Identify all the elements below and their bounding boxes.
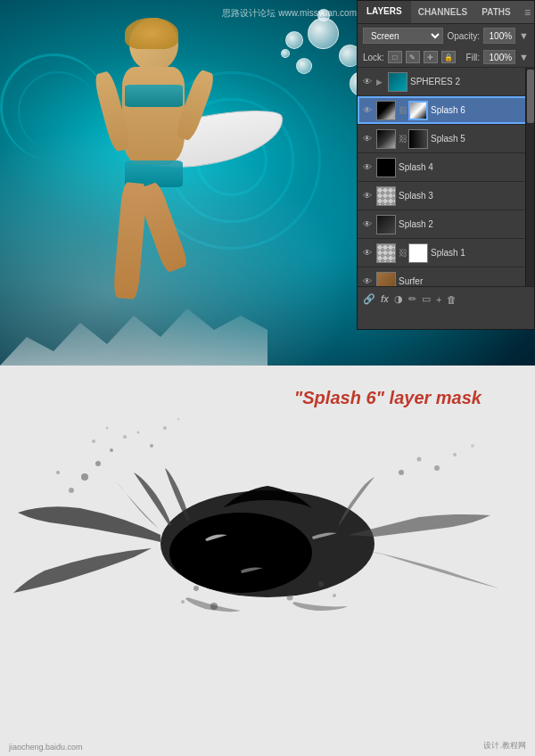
svg-point-20 <box>181 600 185 604</box>
layer-row-surfer[interactable]: 👁 Surfer <box>358 267 534 286</box>
tab-layers[interactable]: LAYERS <box>358 1 411 23</box>
svg-point-19 <box>193 586 199 591</box>
eye-splash3[interactable]: 👁 <box>361 190 374 202</box>
thumb-splash3 <box>376 186 396 206</box>
opacity-arrow[interactable]: ▼ <box>519 30 529 41</box>
link-icon[interactable]: 🔗 <box>363 293 375 305</box>
bubble-5 <box>296 58 312 74</box>
blend-mode-select[interactable]: Screen Normal Multiply Overlay <box>363 28 443 44</box>
eye-splash5[interactable]: 👁 <box>361 133 374 145</box>
lock-row: Lock: □ ✎ ✛ 🔒 Fill: ▼ <box>358 47 534 68</box>
mask-thumb-splash1 <box>408 243 428 263</box>
panel-tabs: LAYERS CHANNELS PATHS ≡ <box>358 1 534 24</box>
panel-scrollbar[interactable] <box>525 68 534 286</box>
ps-layers-panel[interactable]: LAYERS CHANNELS PATHS ≡ Screen Normal Mu… <box>357 0 535 330</box>
tab-paths[interactable]: PATHS <box>474 2 517 22</box>
layer-row-spheres2[interactable]: 👁 ▶ SPHERES 2 <box>358 68 534 96</box>
thumb-splash4 <box>376 158 396 177</box>
chain-splash5[interactable]: ⛓ <box>399 134 406 144</box>
new-layer-icon[interactable]: + <box>436 294 441 305</box>
svg-point-11 <box>177 418 180 421</box>
lock-icons: □ ✎ ✛ 🔒 <box>388 51 463 63</box>
lock-paint-btn[interactable]: ✎ <box>406 51 420 63</box>
eye-spheres2[interactable]: 👁 <box>361 76 374 88</box>
name-splash4: Splash 4 <box>399 162 531 172</box>
chain-splash1[interactable]: ⛓ <box>399 248 406 258</box>
eye-splash1[interactable]: 👁 <box>361 247 374 259</box>
thumb-surfer <box>376 272 396 287</box>
svg-point-1 <box>169 513 312 593</box>
bubble-1 <box>308 18 339 49</box>
group-layer-icon[interactable]: ▭ <box>422 293 431 305</box>
svg-point-16 <box>417 457 422 462</box>
panel-bottom-bar: 🔗 fx ◑ ✏ ▭ + 🗑 <box>358 286 534 311</box>
svg-point-5 <box>123 435 127 439</box>
name-splash5: Splash 5 <box>431 134 531 144</box>
watermark-top: 思路设计论坛 www.missyuan.com <box>222 7 357 20</box>
layer-row-splash2[interactable]: 👁 Splash 2 <box>358 210 534 239</box>
svg-point-9 <box>137 431 140 434</box>
surfer-torso <box>122 67 185 165</box>
svg-point-17 <box>471 444 474 448</box>
mask-thumb-splash5 <box>408 129 428 149</box>
svg-point-18 <box>399 470 404 475</box>
name-splash3: Splash 3 <box>399 191 531 201</box>
svg-point-2 <box>95 461 101 466</box>
layer-row-splash4[interactable]: 👁 Splash 4 <box>358 153 534 182</box>
svg-point-4 <box>81 473 88 481</box>
svg-point-13 <box>92 440 95 443</box>
surfer-hair <box>125 18 178 49</box>
svg-point-21 <box>318 581 324 587</box>
svg-point-7 <box>56 471 60 474</box>
eye-splash6[interactable]: 👁 <box>361 104 374 117</box>
svg-point-24 <box>287 595 293 601</box>
fx-icon[interactable]: fx <box>381 294 389 304</box>
layer-row-splash5[interactable]: 👁 ⛓ Splash 5 <box>358 125 534 153</box>
panel-menu-icon[interactable]: ≡ <box>524 6 531 19</box>
fill-arrow[interactable]: ▼ <box>519 52 529 62</box>
arrow-spheres2[interactable]: ▶ <box>376 78 385 86</box>
adjustment-layer-icon[interactable]: ✏ <box>408 293 416 305</box>
opacity-input[interactable] <box>483 28 515 44</box>
photo-area: 思路设计论坛 www.missyuan.com LAYERS CHANNELS … <box>0 0 535 366</box>
lock-transparent-btn[interactable]: □ <box>388 51 402 63</box>
thumb-spheres2 <box>388 72 407 92</box>
lock-move-btn[interactable]: ✛ <box>424 51 438 63</box>
eye-surfer[interactable]: 👁 <box>361 275 374 287</box>
bubble-2 <box>285 31 303 49</box>
blend-mode-row: Screen Normal Multiply Overlay Opacity: … <box>358 24 534 47</box>
fill-input[interactable] <box>483 50 515 64</box>
layer-row-splash1[interactable]: 👁 ⛓ Splash 1 <box>358 239 534 267</box>
svg-point-8 <box>150 444 153 448</box>
lock-all-btn[interactable]: 🔒 <box>441 51 456 63</box>
thumb-splash6 <box>376 101 396 120</box>
name-splash1: Splash 1 <box>431 248 531 258</box>
new-fill-layer-icon[interactable]: ◑ <box>394 293 403 305</box>
surfer-figure <box>54 18 285 366</box>
delete-layer-icon[interactable]: 🗑 <box>447 294 457 305</box>
fill-label: Fill: <box>466 53 481 62</box>
opacity-label: Opacity: <box>447 31 480 41</box>
eye-splash2[interactable]: 👁 <box>361 218 374 231</box>
svg-point-22 <box>333 594 336 597</box>
mask-thumb-splash6 <box>408 101 428 120</box>
thumb-splash2 <box>376 215 396 234</box>
layer-row-splash3[interactable]: 👁 Splash 3 <box>358 182 534 210</box>
name-splash2: Splash 2 <box>399 219 531 229</box>
chain-splash6[interactable]: ⛓ <box>399 105 406 115</box>
svg-point-6 <box>69 488 74 493</box>
layer-row-splash6[interactable]: 👁 ⛓ Splash 6 <box>358 96 534 125</box>
footer-right: 设计.教程网 <box>483 740 526 752</box>
name-splash6: Splash 6 <box>431 105 531 115</box>
thumb-splash5 <box>376 129 396 149</box>
thumb-splash1 <box>376 243 396 263</box>
scrollbar-thumb[interactable] <box>527 70 534 123</box>
svg-point-12 <box>106 427 109 430</box>
surfer-bikini-top <box>125 85 183 107</box>
svg-point-10 <box>163 426 167 430</box>
svg-point-3 <box>110 448 113 452</box>
name-surfer: Surfer <box>399 276 531 286</box>
svg-point-14 <box>434 465 440 471</box>
eye-splash4[interactable]: 👁 <box>361 161 374 174</box>
tab-channels[interactable]: CHANNELS <box>411 2 475 22</box>
